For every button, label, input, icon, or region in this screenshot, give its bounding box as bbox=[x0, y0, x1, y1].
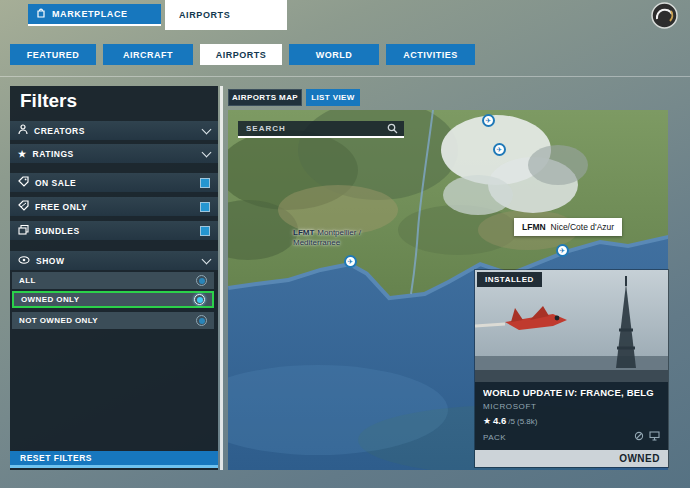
airport-code: LFMN bbox=[522, 222, 546, 232]
option-label: OWNED ONLY bbox=[21, 295, 79, 304]
option-label: NOT OWNED ONLY bbox=[19, 316, 98, 325]
map-search bbox=[238, 121, 404, 138]
option-label: ALL bbox=[19, 276, 36, 285]
on-sale-checkbox[interactable] bbox=[200, 178, 210, 188]
show-option-not-owned-only[interactable]: NOT OWNED ONLY bbox=[12, 312, 214, 329]
free-tag-icon bbox=[18, 200, 29, 213]
filter-label: BUNDLES bbox=[35, 226, 80, 236]
radio-button[interactable] bbox=[196, 275, 207, 286]
product-info: WORLD UPDATE IV: FRANCE, BELG MICROSOFT … bbox=[475, 382, 668, 450]
product-rating: ★ 4.6 /5 (5.8k) bbox=[483, 415, 660, 426]
airport-code: LFMT bbox=[293, 228, 314, 237]
filter-label: RATINGS bbox=[33, 149, 74, 159]
airport-marker-icon[interactable]: ✈ bbox=[493, 143, 506, 156]
filter-ratings[interactable]: ★ RATINGS bbox=[10, 144, 218, 163]
installed-badge: INSTALLED bbox=[477, 272, 542, 287]
filters-title: Filters bbox=[20, 90, 77, 112]
product-publisher: MICROSOFT bbox=[483, 402, 660, 411]
product-type-row: PACK bbox=[483, 431, 660, 443]
rating-count: (5.8k) bbox=[517, 417, 537, 426]
msfs-logo-icon[interactable] bbox=[651, 2, 678, 29]
chevron-down-icon bbox=[202, 124, 212, 134]
free-only-checkbox[interactable] bbox=[200, 202, 210, 212]
search-icon[interactable] bbox=[387, 120, 398, 138]
owned-label: OWNED bbox=[619, 453, 660, 464]
list-view-button[interactable]: LIST VIEW bbox=[306, 89, 360, 106]
airport-name: Nice/Cote d'Azur bbox=[551, 222, 615, 232]
product-image: INSTALLED bbox=[475, 270, 668, 382]
chevron-down-icon bbox=[202, 147, 212, 157]
show-option-owned-only[interactable]: OWNED ONLY bbox=[12, 291, 214, 308]
show-option-all[interactable]: ALL bbox=[12, 272, 214, 289]
nav-activities[interactable]: ACTIVITIES bbox=[386, 44, 475, 65]
filter-creators[interactable]: CREATORS bbox=[10, 121, 218, 140]
filter-bundles[interactable]: BUNDLES bbox=[10, 221, 218, 240]
product-title: WORLD UPDATE IV: FRANCE, BELG bbox=[483, 387, 660, 398]
sale-tag-icon bbox=[18, 176, 29, 189]
marketplace-screen: MARKETPLACE AIRPORTS FEATURED AIRCRAFT A… bbox=[0, 0, 690, 488]
product-card[interactable]: INSTALLED WORLD UPDATE IV: FRANCE, BELG … bbox=[475, 270, 668, 467]
marketplace-icon bbox=[36, 8, 46, 20]
radio-button[interactable] bbox=[196, 315, 207, 326]
sidebar-scrollbar[interactable] bbox=[220, 86, 223, 470]
nav-airports[interactable]: AIRPORTS bbox=[200, 44, 282, 65]
rating-scale: /5 bbox=[508, 417, 515, 426]
filter-label: FREE ONLY bbox=[35, 202, 87, 212]
airports-map-button[interactable]: AIRPORTS MAP bbox=[228, 89, 302, 106]
star-icon: ★ bbox=[483, 416, 491, 426]
nav-featured[interactable]: FEATURED bbox=[10, 44, 96, 65]
top-bar: MARKETPLACE AIRPORTS bbox=[0, 0, 690, 30]
tab-airports-top[interactable]: AIRPORTS bbox=[165, 0, 287, 30]
owned-status-bar: OWNED bbox=[475, 450, 668, 467]
tab-marketplace-label: MARKETPLACE bbox=[52, 9, 128, 19]
filter-label: ON SALE bbox=[35, 178, 76, 188]
airport-marker-icon[interactable]: ✈ bbox=[482, 114, 495, 127]
filter-free-only[interactable]: FREE ONLY bbox=[10, 197, 218, 216]
rating-value: 4.6 bbox=[493, 415, 506, 426]
radio-button[interactable] bbox=[194, 294, 205, 305]
eye-icon bbox=[18, 256, 30, 266]
bundles-checkbox[interactable] bbox=[200, 226, 210, 236]
divider bbox=[0, 76, 690, 77]
tab-marketplace[interactable]: MARKETPLACE bbox=[28, 4, 161, 26]
tab-airports-top-label: AIRPORTS bbox=[179, 10, 230, 20]
filter-label: SHOW bbox=[36, 256, 64, 266]
product-type: PACK bbox=[483, 433, 506, 442]
nav-aircraft[interactable]: AIRCRAFT bbox=[103, 44, 193, 65]
reset-filters-button[interactable]: RESET FILTERS bbox=[10, 451, 218, 468]
map-label-lfmn[interactable]: LFMNNice/Cote d'Azur bbox=[514, 218, 622, 236]
filter-label: CREATORS bbox=[34, 126, 85, 136]
star-icon: ★ bbox=[18, 149, 27, 159]
circle-slash-icon bbox=[634, 431, 644, 443]
airport-marker-icon[interactable]: ✈ bbox=[344, 255, 357, 268]
nav-world[interactable]: WORLD bbox=[289, 44, 379, 65]
chevron-down-icon bbox=[202, 254, 212, 264]
airport-marker-icon[interactable]: ✈ bbox=[556, 244, 569, 257]
filter-show-dropdown[interactable]: SHOW bbox=[10, 251, 218, 270]
search-input[interactable] bbox=[244, 123, 387, 134]
bundles-icon bbox=[18, 224, 29, 237]
filter-on-sale[interactable]: ON SALE bbox=[10, 173, 218, 192]
user-icon bbox=[18, 124, 28, 137]
map-label-lfmt[interactable]: LFMTMontpellier / Mediterranee bbox=[293, 228, 389, 248]
monitor-icon bbox=[649, 431, 660, 443]
